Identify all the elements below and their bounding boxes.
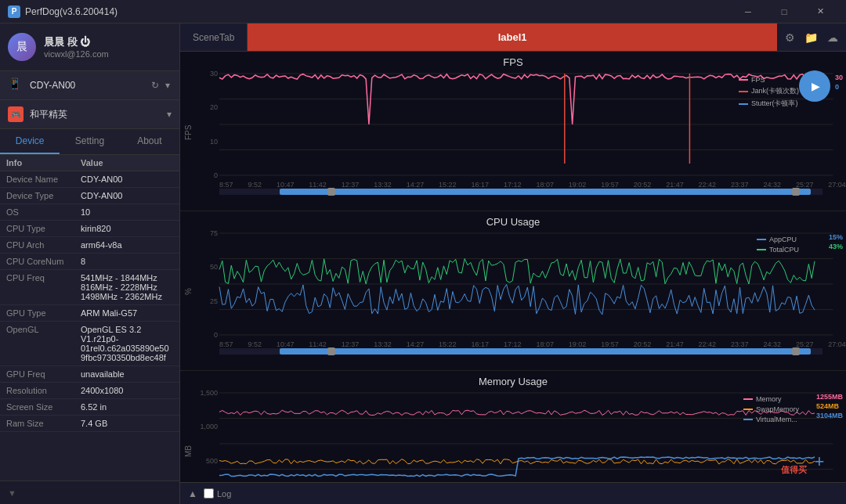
maximize-button[interactable]: □	[766, 0, 802, 23]
info-value: ARM Mali-G57	[81, 308, 173, 318]
legend-item: SwapMemory	[743, 405, 799, 413]
time-label: 10:47	[277, 181, 295, 189]
y-axis-label-2: MB	[180, 389, 196, 482]
info-value: arm64-v8a	[81, 240, 173, 250]
window-controls: ─ □ ✕	[730, 0, 838, 23]
scrollbar-track-0[interactable]	[219, 189, 822, 195]
info-row: CPU Type kirin820	[0, 221, 179, 237]
user-info: 晨晨 段 ⏻ vicwxl@126.com	[44, 35, 109, 59]
svg-text:500: 500	[206, 457, 218, 465]
cloud-icon[interactable]: ☁	[827, 31, 838, 44]
scrollbar-handle-left[interactable]	[327, 188, 335, 196]
time-label: 16:17	[472, 340, 490, 348]
time-label: 19:57	[601, 181, 619, 189]
info-value: 8	[81, 257, 173, 266]
tab-setting[interactable]: Setting	[60, 129, 119, 154]
legend-item: AppCPU	[757, 236, 799, 243]
settings-icon[interactable]: ⚙	[785, 31, 795, 44]
chart-title-2: Memory Usage	[180, 371, 846, 389]
chart-legend-2: MemorySwapMemoryVirtualMem...	[743, 395, 799, 423]
svg-text:50: 50	[210, 263, 218, 271]
time-label: 22:42	[699, 340, 717, 348]
info-row: OpenGL OpenGL ES 3.2 V1.r21p0-01rel0.c62…	[0, 322, 179, 366]
tab-bar: Device Setting About	[0, 129, 179, 155]
chart-value-label: 524MB	[816, 402, 843, 410]
info-label: OS	[6, 207, 81, 217]
scrollbar-handle-left[interactable]	[327, 347, 335, 355]
svg-text:30: 30	[210, 70, 218, 77]
info-row: CPU Arch arm64-v8a	[0, 237, 179, 254]
svg-text:0: 0	[214, 331, 218, 339]
chart-section-1: CPU Usage%755025015%43%AppCPUTotalCPU8:5…	[180, 211, 846, 371]
info-value: 2400x1080	[81, 386, 173, 395]
scene-tab[interactable]: SceneTab	[180, 23, 248, 51]
scrollbar-handle-right[interactable]	[792, 347, 800, 355]
info-value: 6.52 in	[81, 402, 173, 412]
time-label: 13:32	[374, 181, 392, 189]
chart-title-1: CPU Usage	[180, 211, 846, 229]
svg-text:1,500: 1,500	[200, 389, 218, 397]
tab-device[interactable]: Device	[0, 129, 60, 154]
time-label: 10:47	[277, 340, 295, 348]
info-label: Ram Size	[6, 419, 81, 428]
time-label: 11:42	[309, 181, 327, 189]
game-selector[interactable]: 🎮 和平精英 ▾	[0, 100, 179, 129]
time-label: 22:42	[699, 181, 717, 189]
legend-item: VirtualMem...	[743, 416, 799, 423]
svg-text:75: 75	[210, 229, 218, 237]
info-value: CDY-AN00	[81, 191, 173, 200]
user-name: 晨晨 段 ⏻	[44, 35, 109, 49]
log-checkbox-input[interactable]	[204, 488, 214, 499]
time-label: 20:52	[634, 181, 652, 189]
info-label: CPU Arch	[6, 240, 81, 250]
time-label: 23:37	[731, 340, 749, 348]
sidebar-bottom: ▼	[0, 481, 179, 504]
log-checkbox[interactable]: Log	[204, 488, 231, 499]
play-button[interactable]	[799, 70, 830, 102]
chart-value-label: 3104MB	[816, 412, 843, 419]
time-label: 19:02	[569, 340, 587, 348]
time-label: 11:42	[309, 340, 327, 348]
refresh-icon[interactable]: ↻	[150, 78, 161, 92]
time-label: 24:32	[763, 340, 781, 348]
app-title: PerfDog(v3.6.200414)	[25, 6, 730, 17]
info-row: OS 10	[0, 204, 179, 221]
legend-item: Jank(卡顿次数)	[739, 86, 799, 96]
minimize-button[interactable]: ─	[730, 0, 766, 23]
device-selector[interactable]: 📱 CDY-AN00 ↻ ▾	[0, 71, 179, 100]
sidebar: 晨 晨晨 段 ⏻ vicwxl@126.com 📱 CDY-AN00 ↻ ▾ 🎮…	[0, 23, 180, 504]
titlebar: P PerfDog(v3.6.200414) ─ □ ✕	[0, 0, 846, 23]
add-chart-button[interactable]: +	[808, 451, 830, 473]
close-button[interactable]: ✕	[802, 0, 838, 23]
chevron-down-icon[interactable]: ▾	[164, 78, 172, 92]
info-row: Screen Size 6.52 in	[0, 399, 179, 416]
time-label: 15:22	[439, 340, 457, 348]
time-label: 16:17	[472, 181, 490, 189]
scrollbar-thumb[interactable]	[280, 348, 811, 355]
folder-icon[interactable]: 📁	[804, 31, 818, 44]
scrollbar-track-1[interactable]	[219, 348, 822, 355]
footer-expand-icon[interactable]: ▲	[188, 488, 197, 499]
info-value: CDY-AN00	[81, 175, 173, 184]
legend-item: FPS	[739, 76, 799, 84]
game-icon: 🎮	[8, 106, 24, 122]
time-label: 13:32	[374, 340, 392, 348]
time-label: 8:57	[219, 340, 233, 348]
scrollbar-thumb[interactable]	[280, 189, 811, 195]
chart-section-0: FPSFPS3020100300FPSJank(卡顿次数)Stutter(卡顿率…	[180, 52, 846, 211]
chart-value-label: 15%	[829, 233, 843, 241]
svg-text:0: 0	[214, 171, 218, 179]
chart-container-2: MB1,5001,00050001255MB524MB3104MBMemoryS…	[180, 389, 846, 482]
chart-value-label: 43%	[829, 243, 843, 250]
tab-about[interactable]: About	[120, 129, 179, 154]
svg-text:10: 10	[210, 138, 218, 146]
label1-tab[interactable]: label1	[248, 23, 777, 51]
time-label: 21:47	[666, 181, 684, 189]
main-layout: 晨 晨晨 段 ⏻ vicwxl@126.com 📱 CDY-AN00 ↻ ▾ 🎮…	[0, 23, 846, 504]
info-row: Device Name CDY-AN00	[0, 171, 179, 188]
scrollbar-handle-right[interactable]	[792, 188, 800, 196]
chart-value-label: 1255MB	[816, 393, 843, 401]
avatar: 晨	[8, 33, 36, 61]
chart-container-1: %755025015%43%AppCPUTotalCPU8:579:5210:4…	[180, 229, 846, 370]
game-expand-icon[interactable]: ▾	[167, 109, 172, 120]
